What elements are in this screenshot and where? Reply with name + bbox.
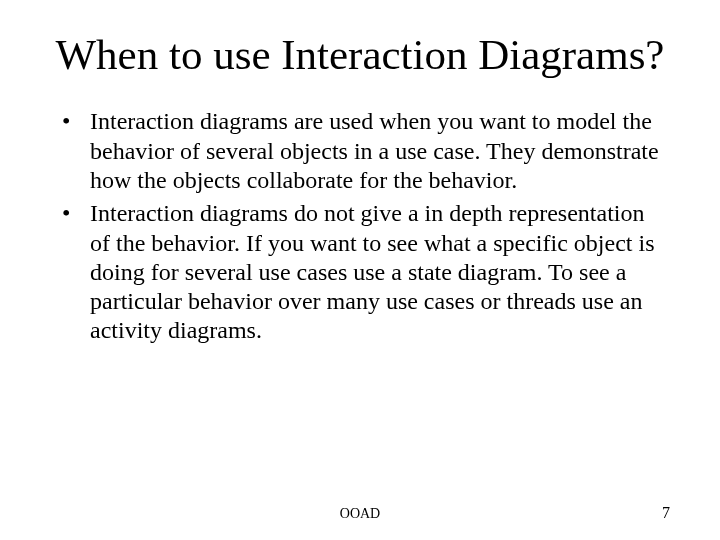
page-number: 7: [662, 504, 670, 522]
list-item: Interaction diagrams are used when you w…: [62, 107, 670, 195]
bullet-list: Interaction diagrams are used when you w…: [50, 107, 670, 345]
list-item: Interaction diagrams do not give a in de…: [62, 199, 670, 345]
slide: When to use Interaction Diagrams? Intera…: [0, 0, 720, 540]
footer-label: OOAD: [0, 506, 720, 522]
slide-title: When to use Interaction Diagrams?: [50, 30, 670, 79]
